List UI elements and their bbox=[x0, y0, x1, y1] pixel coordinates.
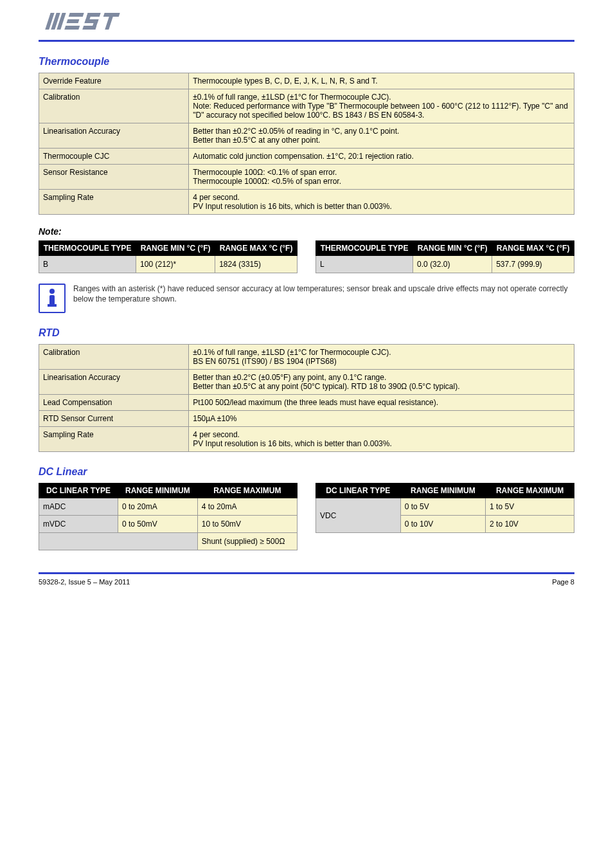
cell: L bbox=[316, 256, 413, 273]
cell: mVDC bbox=[39, 516, 118, 533]
cell-footer-label bbox=[39, 533, 198, 550]
col-header: THERMOCOUPLE TYPE bbox=[39, 241, 136, 256]
col-header: RANGE MIN °C (°F) bbox=[136, 241, 215, 256]
section-title-thermocouple: Thermocouple bbox=[39, 56, 574, 68]
col-header: RANGE MAX °C (°F) bbox=[215, 241, 298, 256]
svg-rect-3 bbox=[69, 13, 84, 17]
footer-right: Page 8 bbox=[552, 578, 574, 586]
header-divider bbox=[39, 40, 574, 42]
svg-rect-9 bbox=[82, 26, 96, 30]
info-note-text: Ranges with an asterisk (*) have reduced… bbox=[73, 284, 574, 304]
label: Override Feature bbox=[39, 73, 189, 89]
col-header: RANGE MIN °C (°F) bbox=[413, 241, 492, 256]
cell: 2 to 10V bbox=[486, 516, 574, 533]
cell: 0 to 5V bbox=[400, 498, 485, 516]
col-header: RANGE MAX °C (°F) bbox=[492, 241, 574, 256]
col-header: DC LINEAR TYPE bbox=[316, 484, 401, 498]
cell: 0 to 50mV bbox=[118, 516, 198, 533]
section-title-dclinear: DC Linear bbox=[39, 466, 574, 478]
cell: 0.0 (32.0) bbox=[413, 256, 492, 273]
value: 4 per second. PV Input resolution is 16 … bbox=[189, 427, 574, 452]
cell: B bbox=[39, 256, 136, 273]
info-icon bbox=[39, 284, 66, 313]
tc-range-table-left: THERMOCOUPLE TYPE RANGE MIN °C (°F) RANG… bbox=[39, 240, 298, 273]
col-header: DC LINEAR TYPE bbox=[39, 484, 118, 498]
label: Lead Compensation bbox=[39, 395, 189, 411]
cell: VDC bbox=[316, 498, 401, 533]
dclinear-table-left: DC LINEAR TYPE RANGE MINIMUM RANGE MAXIM… bbox=[39, 483, 298, 550]
cell: 0 to 10V bbox=[400, 516, 485, 533]
col-header: RANGE MINIMUM bbox=[400, 484, 485, 498]
col-header: RANGE MINIMUM bbox=[118, 484, 198, 498]
cell: 537.7 (999.9) bbox=[492, 256, 574, 273]
value: ±0.1% of full range, ±1LSD (±1°C for The… bbox=[189, 89, 574, 123]
note-label: Note: bbox=[39, 226, 574, 237]
cell: Shunt (supplied) ≥ 500Ω bbox=[197, 533, 297, 550]
cell: 4 to 20mA bbox=[197, 498, 297, 516]
label: Sampling Rate bbox=[39, 427, 189, 452]
cell: mADC bbox=[39, 498, 118, 516]
value: ±0.1% of full range, ±1LSD (±1°C for The… bbox=[189, 345, 574, 370]
section-title-rtd: RTD bbox=[39, 327, 574, 339]
rtd-spec-table: Calibration±0.1% of full range, ±1LSD (±… bbox=[39, 344, 574, 452]
col-header: THERMOCOUPLE TYPE bbox=[316, 241, 413, 256]
cell: 1 to 5V bbox=[486, 498, 574, 516]
tc-range-table-right: THERMOCOUPLE TYPE RANGE MIN °C (°F) RANG… bbox=[315, 240, 574, 273]
value: Automatic cold junction compensation. ±1… bbox=[189, 149, 574, 165]
label: Linearisation Accuracy bbox=[39, 123, 189, 149]
cell: 100 (212)* bbox=[136, 256, 215, 273]
label: Calibration bbox=[39, 89, 189, 123]
svg-rect-4 bbox=[67, 19, 80, 23]
cell: 1824 (3315) bbox=[215, 256, 298, 273]
thermocouple-spec-table: Override FeatureThermocouple types B, C,… bbox=[39, 73, 574, 215]
brand-logo bbox=[39, 10, 135, 33]
value: Pt100 50Ω/lead maximum (the three leads … bbox=[189, 395, 574, 411]
label: Calibration bbox=[39, 345, 189, 370]
label: Sensor Resistance bbox=[39, 165, 189, 190]
footer-left: 59328-2, Issue 5 – May 2011 bbox=[39, 578, 130, 586]
value: 150µA ±10% bbox=[189, 411, 574, 427]
cell: 0 to 20mA bbox=[118, 498, 198, 516]
value: Thermocouple types B, C, D, E, J, K, L, … bbox=[189, 73, 574, 89]
label: RTD Sensor Current bbox=[39, 411, 189, 427]
label: Linearisation Accuracy bbox=[39, 370, 189, 395]
svg-point-13 bbox=[49, 289, 55, 294]
value: Thermocouple 100Ω: <0.1% of span error. … bbox=[189, 165, 574, 190]
label: Sampling Rate bbox=[39, 190, 189, 215]
label: Thermocouple CJC bbox=[39, 149, 189, 165]
col-header: RANGE MAXIMUM bbox=[486, 484, 574, 498]
value: 4 per second. PV Input resolution is 16 … bbox=[189, 190, 574, 215]
value: Better than ±0.2°C ±0.05% of reading in … bbox=[189, 123, 574, 149]
svg-rect-15 bbox=[48, 304, 57, 307]
cell: 10 to 50mV bbox=[197, 516, 297, 533]
value: Better than ±0.2°C (±0.05°F) any point, … bbox=[189, 370, 574, 395]
col-header: RANGE MAXIMUM bbox=[197, 484, 297, 498]
dclinear-table-right: DC LINEAR TYPE RANGE MINIMUM RANGE MAXIM… bbox=[315, 483, 574, 533]
svg-rect-5 bbox=[64, 26, 80, 30]
svg-rect-14 bbox=[49, 295, 55, 305]
